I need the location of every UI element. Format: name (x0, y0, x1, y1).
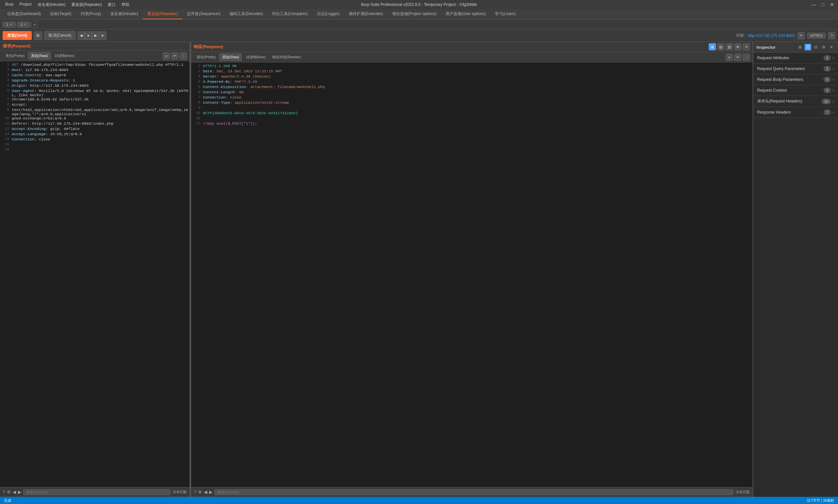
nav-tab[interactable]: 重放器(Repeater) (143, 9, 182, 19)
request-title: 请求(Request) (3, 43, 31, 49)
response-icon-3[interactable]: ⋮ (743, 54, 750, 61)
response-settings[interactable]: ⚙ (734, 43, 742, 50)
send-button[interactable]: 发送(Send) (3, 31, 32, 40)
target-url: http://117.50.175.234:8003 (748, 33, 795, 38)
settings-button[interactable]: ⚙ (34, 32, 42, 40)
line-content: Content-Disposition: attachment; filenam… (203, 85, 751, 90)
sub-tab[interactable]: 2✕ (17, 22, 30, 28)
line-number: 4 (193, 79, 200, 85)
line-content: GET /download.php?file=/tmp/83opc f6cxpe… (12, 62, 188, 68)
nav-tab[interactable]: 插件扩展(Extender) (344, 9, 388, 19)
menu-item[interactable]: 窗口 (105, 1, 118, 8)
inspector-icon-grid[interactable]: ⊞ (797, 44, 803, 50)
response-close[interactable]: ✕ (743, 43, 750, 50)
inspector-chevron-icon: › (833, 56, 834, 60)
response-search-help-icon[interactable]: ? (194, 490, 196, 494)
sub-tab-close[interactable]: ✕ (24, 22, 26, 26)
prev-dropdown-button[interactable]: ▼ (85, 32, 92, 40)
request-tab-pretty[interactable]: 美化(Pretty) (3, 52, 28, 59)
nav-tab[interactable]: 用户选项(User options) (441, 9, 491, 19)
nav-tab[interactable]: 日志(Logger) (312, 9, 344, 19)
menu-item[interactable]: 帮助 (119, 1, 132, 8)
request-search-help-icon[interactable]: ? (3, 490, 5, 494)
request-tabs: 美化(Pretty) 原始(Raw) 16进制(Hex) ≡ ↵ ⋮ (0, 51, 190, 61)
response-tab-hex[interactable]: 16进制(Hex) (243, 53, 268, 61)
line-content: Host: 117.50.175.234:8003 (12, 68, 188, 73)
inspector-item: Response Headers 7 › (753, 107, 838, 118)
inspector-icon-settings[interactable]: ⚙ (820, 44, 827, 50)
response-header: 响应(Respons) ▣ ▤ ▥ ⚙ ✕ (191, 42, 752, 52)
next-button[interactable]: ▶ (92, 32, 99, 40)
response-tab-pretty[interactable]: 美化(Pretty) (194, 53, 219, 61)
line-number: 13 (1, 132, 9, 137)
line-number: 15 (1, 142, 9, 148)
inspector-chevron-icon: › (833, 110, 834, 114)
nav-tab[interactable]: 对比工具(Comparer) (267, 9, 312, 19)
next-dropdown-button[interactable]: ▼ (99, 32, 106, 40)
sub-tab[interactable]: 1✕ (3, 22, 16, 28)
maximize-button[interactable]: □ (820, 1, 826, 8)
menu-item[interactable]: Burp (3, 1, 16, 8)
nav-tab[interactable]: 编码工具(Decoder) (225, 9, 267, 19)
inspector-icon-close[interactable]: ✕ (828, 44, 835, 50)
response-search-input[interactable] (214, 489, 734, 495)
prev-button[interactable]: ◀ (77, 32, 85, 40)
request-code: 1GET /download.php?file=/tmp/83opc f6cxp… (0, 61, 190, 487)
nav-tab[interactable]: 代理(Proxy) (76, 9, 106, 19)
nav-tab[interactable]: 仪表盘(Dashboard) (3, 9, 46, 19)
sub-tab-close[interactable]: ✕ (10, 22, 12, 26)
menu-item[interactable]: Project (17, 1, 34, 8)
inspector-row[interactable]: Request Body Parameters 0 › (753, 74, 838, 85)
line-content (203, 106, 751, 111)
request-search-settings-icon[interactable]: ⚙ (7, 490, 11, 494)
inspector-row[interactable]: Request Query Parameters 2 › (753, 64, 838, 74)
response-search-prev-icon[interactable]: ◀ (204, 490, 207, 494)
line-number: 8 (1, 103, 9, 108)
code-line: 9 (191, 106, 752, 111)
nav-tab[interactable]: 定序器(Sequencer) (182, 9, 225, 19)
menu-item[interactable]: 攻击者(Intruder) (35, 1, 68, 8)
status-right: 317字节 | 36毫秒 (806, 498, 834, 503)
inspector-panel: Inspector ⊞ ☰ ⊟ ⚙ ✕ Request Attributes 2… (753, 42, 838, 497)
add-tab-button[interactable]: + (32, 21, 38, 28)
response-tab-render[interactable]: 响应内容(Render) (269, 53, 304, 61)
request-search-next-icon[interactable]: ▶ (18, 490, 21, 494)
request-icon-2[interactable]: ↵ (171, 52, 178, 59)
line-number: 8 (193, 101, 200, 106)
menu-item[interactable]: 重放器(Repeater) (69, 1, 104, 8)
response-layout-3[interactable]: ▥ (726, 43, 733, 50)
inspector-row[interactable]: Request Attributes 2 › (753, 53, 838, 63)
nav-tab[interactable]: 目标(Target) (46, 9, 76, 19)
inspector-items-list: Request Attributes 2 › Request Query Par… (753, 53, 838, 118)
code-line: 2Host: 117.50.175.234:8003 (0, 68, 190, 73)
request-icon-1[interactable]: ≡ (163, 52, 170, 59)
response-tab-raw[interactable]: 原始(Raw) (219, 53, 242, 61)
close-button[interactable]: ✕ (829, 1, 835, 8)
response-search-next-icon[interactable]: ▶ (209, 490, 212, 494)
request-icon-3[interactable]: ⋮ (180, 52, 187, 59)
request-tab-raw[interactable]: 原始(Raw) (28, 52, 51, 59)
nav-tab[interactable]: 攻击者(Intruder) (106, 9, 143, 19)
response-icon-1[interactable]: ≡ (726, 54, 733, 61)
response-icon-2[interactable]: ↵ (734, 54, 742, 61)
response-layout-2[interactable]: ▤ (717, 43, 725, 50)
response-search-settings-icon[interactable]: ⚙ (198, 490, 202, 494)
request-search-input[interactable] (23, 489, 171, 495)
nav-tab[interactable]: 学习(Learn) (491, 9, 520, 19)
code-line: 16 (0, 148, 190, 153)
inspector-row[interactable]: Response Headers 7 › (753, 107, 838, 118)
minimize-button[interactable]: — (810, 1, 817, 8)
inspector-row[interactable]: 请求头(Request Headers) 10 › (753, 96, 838, 107)
nav-tab[interactable]: 项目选项(Project options) (388, 9, 441, 19)
nav-arrows: ◀ ▼ ▶ ▼ (77, 32, 106, 40)
request-search-prev-icon[interactable]: ◀ (13, 490, 16, 494)
inspector-icon-list[interactable]: ☰ (805, 44, 811, 50)
request-tab-hex[interactable]: 16进制(Hex) (51, 52, 77, 59)
line-number: 3 (193, 74, 200, 79)
edit-target-button[interactable]: ✏ (798, 32, 805, 39)
response-layout-1[interactable]: ▣ (709, 43, 716, 50)
inspector-icon-cols[interactable]: ⊟ (813, 44, 819, 50)
inspector-row[interactable]: Request Cookies 0 › (753, 85, 838, 95)
help-button[interactable]: ? (828, 32, 835, 39)
cancel-button[interactable]: 取消(Cancel) (44, 31, 75, 40)
